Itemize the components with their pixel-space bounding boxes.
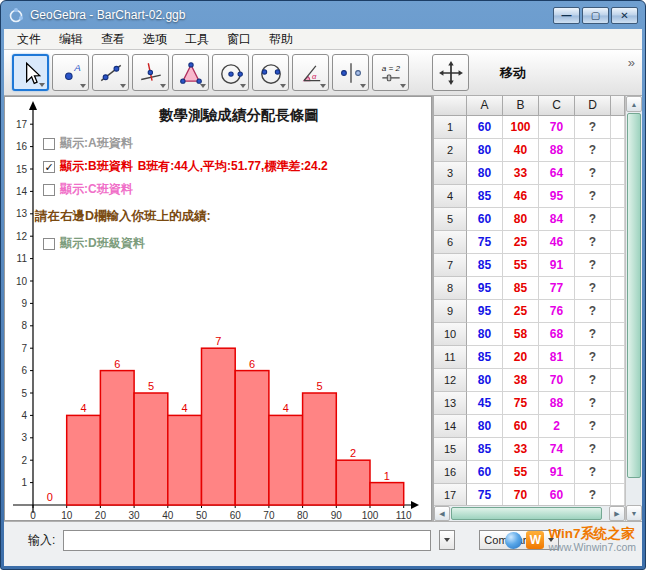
scroll-up-button[interactable]: ▲	[626, 96, 642, 112]
row-header-2[interactable]: 2	[434, 139, 467, 162]
column-header-C[interactable]: C	[539, 96, 575, 116]
cell-A17[interactable]: 75	[467, 484, 503, 505]
row-header-12[interactable]: 12	[434, 369, 467, 392]
column-header-A[interactable]: A	[467, 96, 503, 116]
cell-C9[interactable]: 76	[539, 300, 575, 323]
cell-A15[interactable]: 85	[467, 438, 503, 461]
cell-D16[interactable]: ?	[575, 461, 611, 484]
row-header-6[interactable]: 6	[434, 231, 467, 254]
spreadsheet-grid[interactable]: ABCD 16010070?2804088?3803364?4854695?56…	[434, 96, 625, 505]
horizontal-scroll-thumb[interactable]	[451, 507, 602, 520]
tool-dropdown-arrow-icon[interactable]	[240, 84, 246, 88]
tool-dropdown-arrow-icon[interactable]	[360, 84, 366, 88]
cell-C5[interactable]: 84	[539, 208, 575, 231]
checkbox-class-c[interactable]: 顯示:C班資料	[43, 181, 133, 198]
graphics-panel[interactable]: 0102030405060708090100110123456789101112…	[4, 96, 432, 521]
menu-options[interactable]: 选项	[134, 29, 176, 50]
cell-D10[interactable]: ?	[575, 323, 611, 346]
checkbox-box-icon[interactable]	[43, 138, 55, 150]
cell-A5[interactable]: 60	[467, 208, 503, 231]
tool-point[interactable]: A	[52, 54, 89, 91]
scroll-down-button[interactable]: ▼	[626, 505, 642, 521]
cell-D7[interactable]: ?	[575, 254, 611, 277]
cell-B6[interactable]: 25	[503, 231, 539, 254]
tool-dropdown-arrow-icon[interactable]	[200, 84, 206, 88]
cell-C14[interactable]: 2	[539, 415, 575, 438]
cell-A2[interactable]: 80	[467, 139, 503, 162]
cell-A12[interactable]: 80	[467, 369, 503, 392]
cell-C7[interactable]: 91	[539, 254, 575, 277]
tool-dropdown-arrow-icon[interactable]	[80, 84, 86, 88]
cell-D1[interactable]: ?	[575, 116, 611, 139]
tool-move-graphics-view[interactable]	[432, 54, 469, 91]
checkbox-box-icon[interactable]	[43, 238, 55, 250]
cell-D6[interactable]: ?	[575, 231, 611, 254]
checkbox-box-icon[interactable]	[43, 184, 55, 196]
cell-B8[interactable]: 85	[503, 277, 539, 300]
cell-B13[interactable]: 75	[503, 392, 539, 415]
tool-dropdown-arrow-icon[interactable]	[280, 84, 286, 88]
tool-reflect-about-line[interactable]	[332, 54, 369, 91]
checkbox-class-d[interactable]: 顯示:D班級資料	[43, 235, 145, 252]
checkbox-class-b[interactable]: ✓ 顯示:B班資料 B班有:44人,平均:51.77,標準差:24.2	[43, 158, 328, 175]
row-header-17[interactable]: 17	[434, 484, 467, 505]
cell-A7[interactable]: 85	[467, 254, 503, 277]
cell-A8[interactable]: 95	[467, 277, 503, 300]
cell-D17[interactable]: ?	[575, 484, 611, 505]
cell-D12[interactable]: ?	[575, 369, 611, 392]
cell-A11[interactable]: 85	[467, 346, 503, 369]
cell-B14[interactable]: 60	[503, 415, 539, 438]
cell-B3[interactable]: 33	[503, 162, 539, 185]
tool-slider[interactable]: a = 2	[372, 54, 409, 91]
vertical-scroll-track[interactable]	[626, 112, 642, 505]
toolbar-overflow-chevron-icon[interactable]: »	[628, 55, 635, 70]
tool-dropdown-arrow-icon[interactable]	[400, 84, 406, 88]
tool-dropdown-arrow-icon[interactable]	[39, 83, 45, 87]
menu-edit[interactable]: 编辑	[50, 29, 92, 50]
cell-D9[interactable]: ?	[575, 300, 611, 323]
cell-D14[interactable]: ?	[575, 415, 611, 438]
cell-C10[interactable]: 68	[539, 323, 575, 346]
cell-D3[interactable]: ?	[575, 162, 611, 185]
maximize-button[interactable]: ▢	[582, 7, 609, 24]
cell-B16[interactable]: 55	[503, 461, 539, 484]
row-header-7[interactable]: 7	[434, 254, 467, 277]
cell-C3[interactable]: 64	[539, 162, 575, 185]
cell-A9[interactable]: 95	[467, 300, 503, 323]
row-header-9[interactable]: 9	[434, 300, 467, 323]
cell-A14[interactable]: 80	[467, 415, 503, 438]
column-header-B[interactable]: B	[503, 96, 539, 116]
horizontal-scroll-track[interactable]	[450, 506, 609, 521]
row-header-5[interactable]: 5	[434, 208, 467, 231]
cell-D13[interactable]: ?	[575, 392, 611, 415]
cell-B17[interactable]: 70	[503, 484, 539, 505]
cell-B2[interactable]: 40	[503, 139, 539, 162]
tool-angle[interactable]: α	[292, 54, 329, 91]
cell-B11[interactable]: 20	[503, 346, 539, 369]
cell-B9[interactable]: 25	[503, 300, 539, 323]
cell-A10[interactable]: 80	[467, 323, 503, 346]
minimize-button[interactable]: —	[553, 7, 580, 24]
cell-B7[interactable]: 55	[503, 254, 539, 277]
cell-A3[interactable]: 80	[467, 162, 503, 185]
row-header-10[interactable]: 10	[434, 323, 467, 346]
tool-dropdown-arrow-icon[interactable]	[320, 84, 326, 88]
cell-C6[interactable]: 46	[539, 231, 575, 254]
row-header-1[interactable]: 1	[434, 116, 467, 139]
menu-help[interactable]: 帮助	[260, 29, 302, 50]
row-header-16[interactable]: 16	[434, 461, 467, 484]
cell-C15[interactable]: 74	[539, 438, 575, 461]
scroll-right-button[interactable]: ▶	[609, 506, 625, 521]
tool-dropdown-arrow-icon[interactable]	[120, 84, 126, 88]
row-header-15[interactable]: 15	[434, 438, 467, 461]
checkbox-class-a[interactable]: 顯示:A班資料	[43, 135, 133, 152]
cell-D4[interactable]: ?	[575, 185, 611, 208]
checkbox-box-icon[interactable]: ✓	[43, 161, 55, 173]
menu-file[interactable]: 文件	[8, 29, 50, 50]
sheet-horizontal-scrollbar[interactable]: ◀ ▶	[434, 505, 625, 521]
symbol-dropdown[interactable]	[439, 530, 455, 550]
cell-B15[interactable]: 33	[503, 438, 539, 461]
sheet-corner-cell[interactable]	[434, 96, 467, 116]
cell-A4[interactable]: 85	[467, 185, 503, 208]
cell-C12[interactable]: 70	[539, 369, 575, 392]
